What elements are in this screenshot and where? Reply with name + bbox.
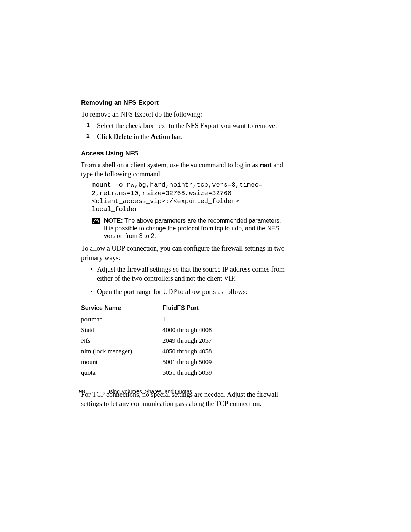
unordered-list: • Adjust the firewall settings so that t…: [81, 265, 285, 296]
table-row: Nfs 2049 through 2057: [81, 335, 238, 346]
note-text: NOTE: The above parameters are the recom…: [104, 217, 285, 240]
list-text: Select the check box next to the NFS Exp…: [97, 122, 277, 129]
document-page: Removing an NFS Export To remove an NFS …: [0, 0, 411, 532]
list-item: • Open the port range for UDP to allow p…: [97, 287, 285, 296]
text-run: bar.: [170, 133, 182, 141]
table-cell: 2049 through 2057: [162, 335, 238, 346]
table-row: Statd 4000 through 4008: [81, 325, 238, 335]
table-cell: quota: [81, 367, 162, 379]
text-run: From a shell on a client system, use the: [81, 161, 191, 169]
page-footer: 98 | Using Volumes, Shares, and Quotas: [79, 388, 192, 395]
text-run: Click: [97, 133, 114, 141]
ports-table: Service Name FluidFS Port portmap 111 St…: [81, 302, 238, 379]
heading-access-using-nfs: Access Using NFS: [81, 150, 285, 157]
table-cell: 4050 through 4058: [162, 346, 238, 357]
bullet-icon: •: [90, 287, 92, 296]
footer-section-title: Using Volumes, Shares, and Quotas: [106, 388, 192, 395]
table-cell: Nfs: [81, 335, 162, 346]
text-bold: su: [191, 161, 197, 169]
heading-removing-nfs-export: Removing an NFS Export: [81, 99, 285, 107]
note-callout: NOTE: The above parameters are the recom…: [92, 217, 285, 240]
table-row: quota 5051 through 5059: [81, 367, 238, 379]
code-block: mount -o rw,bg,hard,nointr,tcp,vers=3,ti…: [92, 181, 285, 213]
table-row: mount 5001 through 5009: [81, 357, 238, 367]
table-cell: mount: [81, 357, 162, 367]
table-cell: 5001 through 5009: [162, 357, 238, 367]
content-column: Removing an NFS Export To remove an NFS …: [81, 99, 285, 409]
table-cell: 4000 through 4008: [162, 325, 238, 335]
page-number: 98: [79, 388, 85, 395]
text-run: in the: [132, 133, 151, 141]
paragraph: To remove an NFS Export do the following…: [81, 110, 285, 119]
text-bold: Delete: [114, 133, 132, 141]
paragraph: From a shell on a client system, use the…: [81, 160, 285, 179]
note-icon: [92, 217, 100, 224]
table-cell: nlm (lock manager): [81, 346, 162, 357]
text-bold: Action: [151, 133, 170, 141]
bullet-icon: •: [90, 265, 92, 274]
table-header-row: Service Name FluidFS Port: [81, 302, 238, 314]
note-label: NOTE:: [104, 217, 123, 224]
table-cell: Statd: [81, 325, 162, 335]
list-item: 1 Select the check box next to the NFS E…: [97, 121, 285, 130]
text-bold: root: [260, 161, 272, 169]
ordered-list: 1 Select the check box next to the NFS E…: [81, 121, 285, 141]
list-text: Click Delete in the Action bar.: [97, 133, 182, 141]
list-number: 2: [86, 132, 90, 141]
list-number: 1: [86, 121, 90, 129]
paragraph: To allow a UDP connection, you can confi…: [81, 244, 285, 262]
table-row: nlm (lock manager) 4050 through 4058: [81, 346, 238, 357]
text-run: The above parameters are the recommended…: [104, 217, 281, 239]
table-cell: 111: [162, 314, 238, 325]
footer-separator: |: [95, 388, 97, 395]
list-text: Adjust the firewall settings so that the…: [97, 265, 285, 282]
table-cell: 5051 through 5059: [162, 367, 238, 379]
table-header-service-name: Service Name: [81, 302, 162, 314]
list-item: 2 Click Delete in the Action bar.: [97, 132, 285, 141]
table-header-fluidfs-port: FluidFS Port: [162, 302, 238, 314]
list-text: Open the port range for UDP to allow por…: [97, 288, 247, 296]
list-item: • Adjust the firewall settings so that t…: [97, 265, 285, 283]
table-row: portmap 111: [81, 314, 238, 325]
table-cell: portmap: [81, 314, 162, 325]
text-run: command to log in as: [197, 161, 260, 169]
